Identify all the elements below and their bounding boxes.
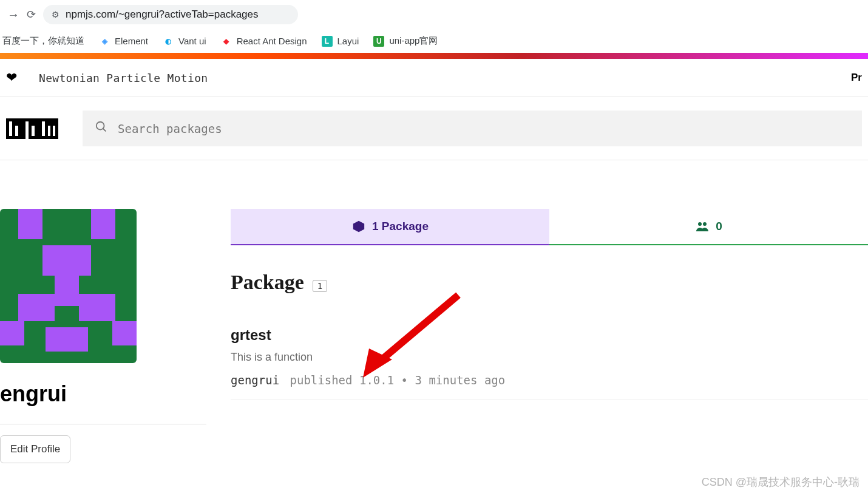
bookmark-react-ant[interactable]: ◆ React Ant Design [221,36,307,47]
package-version: 1.0.1 [359,373,394,387]
bookmark-uniapp[interactable]: U uni-app官网 [373,35,438,47]
meta-separator: • [401,373,408,387]
svg-rect-6 [9,121,12,136]
tab-packages[interactable]: 1 Package [231,209,549,245]
search-input[interactable] [118,122,850,135]
svg-point-25 [698,222,702,226]
heart-icon[interactable]: ❤ [6,70,17,86]
package-name[interactable]: grtest [231,327,868,344]
bookmark-label: Vant ui [178,36,206,46]
address-bar[interactable]: ⚙ npmjs.com/~gengrui?activeTab=packages [43,5,298,24]
pro-link[interactable]: Pr [851,72,862,84]
bookmark-baidu[interactable]: 百度一下，你就知道 [2,35,84,47]
search-icon [95,120,108,137]
layui-icon: L [322,36,333,47]
bookmark-label: 百度一下，你就知道 [2,35,84,47]
package-divider [231,399,868,399]
npm-tagline: Newtonian Particle Motion [39,72,208,84]
url-text: npmjs.com/~gengrui?activeTab=packages [66,8,259,21]
search-row [0,97,868,160]
svg-rect-23 [46,327,88,352]
edit-profile-button[interactable]: Edit Profile [0,435,70,463]
npm-header: ❤ Newtonian Particle Motion Pr [0,59,868,97]
avatar [0,209,137,363]
package-meta: gengrui published 1.0.1 • 3 minutes ago [231,373,868,387]
bookmark-label: Element [115,36,148,46]
bookmark-vant[interactable]: ◐ Vant ui [163,36,206,47]
svg-rect-9 [32,126,35,136]
organizations-icon [695,220,710,233]
packages-icon [351,220,366,233]
main-column: 1 Package 0 Package 1 grtest This is a f… [206,209,868,463]
bookmark-label: uni-app官网 [389,35,438,47]
uniapp-icon: U [373,36,384,47]
npm-gradient-bar [0,53,868,59]
published-word: published [290,373,353,387]
section-count-badge: 1 [313,280,327,292]
svg-point-26 [703,222,707,226]
svg-rect-11 [48,126,50,136]
package-description: This is a function [231,351,868,364]
forward-icon[interactable]: → [7,8,19,22]
profile-sidebar: engrui Edit Profile [0,209,206,463]
search-box[interactable] [83,110,862,146]
svg-rect-12 [53,126,55,136]
reload-icon[interactable]: ⟳ [27,8,36,21]
svg-rect-17 [91,209,115,239]
npm-logo[interactable] [6,118,58,139]
svg-rect-22 [0,321,24,345]
bookmark-label: Layui [337,36,359,46]
site-settings-icon[interactable]: ⚙ [52,10,59,19]
svg-rect-19 [55,276,79,306]
svg-point-13 [97,122,104,130]
content: engrui Edit Profile 1 Package 0 Package … [0,160,868,463]
svg-rect-18 [42,245,91,276]
vant-icon: ◐ [163,36,174,47]
bookmarks-bar: 百度一下，你就知道 ◈ Element ◐ Vant ui ◆ React An… [0,29,868,53]
bookmark-element[interactable]: ◈ Element [99,36,148,47]
svg-rect-7 [15,126,18,136]
svg-rect-8 [25,121,29,139]
svg-rect-10 [42,121,45,136]
divider [0,424,206,424]
package-author[interactable]: gengrui [231,373,279,387]
package-time: 3 minutes ago [415,373,506,387]
svg-rect-20 [18,294,55,321]
svg-rect-24 [112,321,137,345]
svg-rect-16 [18,209,42,239]
tab-orgs-count: 0 [716,220,722,233]
browser-toolbar: → ⟳ ⚙ npmjs.com/~gengrui?activeTab=packa… [0,0,868,29]
username: engrui [0,381,206,407]
svg-rect-21 [79,294,115,321]
section-title: Package [231,271,304,294]
antd-icon: ◆ [221,36,232,47]
package-item: grtest This is a function gengrui publis… [231,327,868,387]
bookmark-layui[interactable]: L Layui [322,36,359,47]
tab-packages-label: 1 Package [372,220,429,233]
element-icon: ◈ [99,36,110,47]
tabs: 1 Package 0 [231,209,868,245]
svg-line-14 [103,129,106,132]
section-header: Package 1 [231,271,868,294]
bookmark-label: React Ant Design [237,36,307,46]
tab-organizations[interactable]: 0 [549,209,868,245]
